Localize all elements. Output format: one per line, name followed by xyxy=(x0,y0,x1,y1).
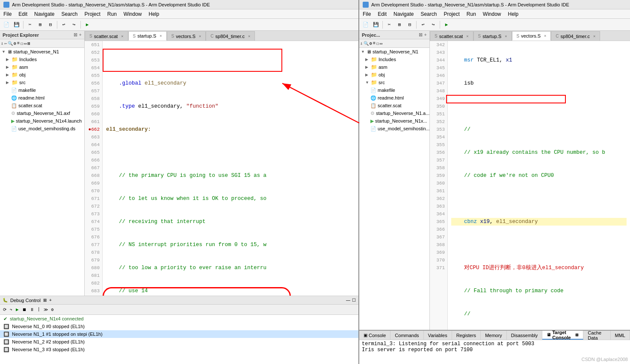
tab-close-vectors-left[interactable]: × xyxy=(199,34,201,38)
explorer-tb-5[interactable]: ≡ xyxy=(17,41,20,46)
right-toolbar-btn-1[interactable]: 📄 xyxy=(361,20,370,29)
console-tab-disassembly[interactable]: Disassembly xyxy=(507,331,542,340)
console-tab-cache[interactable]: Cache Data xyxy=(583,331,610,340)
toolbar-btn-1[interactable]: 📄 xyxy=(2,20,11,29)
collapse-icon[interactable]: ⊠ xyxy=(74,32,77,38)
tree-scatter-right[interactable]: 📋 scatter.scat xyxy=(359,102,429,109)
explorer-tb-7[interactable]: ▭ xyxy=(24,41,27,46)
minimize-debug[interactable]: — xyxy=(346,298,350,302)
console-tab-console[interactable]: ▣ Console xyxy=(359,331,390,340)
menu-window-left[interactable]: Window xyxy=(120,10,145,18)
right-toolbar-btn-6[interactable]: ↩ xyxy=(418,20,428,29)
tree-readme-left[interactable]: 🌐 readme.html xyxy=(0,94,84,102)
console-tab-target[interactable]: 🖥 Target Console ⊠ xyxy=(542,331,583,340)
menu-file-left[interactable]: File xyxy=(0,10,15,18)
console-tab-mml[interactable]: MML xyxy=(611,331,630,340)
debug-cpu3[interactable]: 🔲 Neoverse N1_3 #3 stopped (EL1h) xyxy=(0,346,358,353)
console-tab-registers[interactable]: Registers xyxy=(452,331,481,340)
tree-launch-left[interactable]: ▶ startup_Neoverse_N1x4.launch xyxy=(0,117,84,125)
tab-startup-left[interactable]: S startup.S × xyxy=(128,31,167,41)
tab-close-sp804-right[interactable]: × xyxy=(593,34,595,38)
explorer-tb-6[interactable]: ☐ xyxy=(21,41,23,46)
toolbar-btn-6[interactable]: ↩ xyxy=(59,20,68,29)
tab-vectors-left[interactable]: S vectors.S × xyxy=(167,31,206,41)
toolbar-btn-4[interactable]: ⊞ xyxy=(35,20,45,29)
tree-readme-right[interactable]: 🌐 readme.html xyxy=(359,94,429,102)
debug-tb-more[interactable]: ≫ xyxy=(42,307,49,312)
right-code-editor[interactable]: 342343344345346 347348349350351 35235335… xyxy=(430,41,630,330)
tab-close-scatter-right[interactable]: × xyxy=(466,34,468,38)
menu-run-right[interactable]: Run xyxy=(463,10,479,18)
menu-edit-left[interactable]: Edit xyxy=(15,10,31,18)
toolbar-btn-2[interactable]: 💾 xyxy=(12,20,21,29)
right-add-icon-explorer[interactable]: + xyxy=(424,32,427,38)
menu-edit-right[interactable]: Edit xyxy=(374,10,390,18)
console-tab-memory[interactable]: Memory xyxy=(481,331,507,340)
tree-src-right[interactable]: ▼ 📁 src xyxy=(359,79,429,86)
debug-tb-settings[interactable]: ⚙ xyxy=(50,307,55,312)
explorer-tb-2[interactable]: ⇦ xyxy=(4,41,7,46)
debug-tb-pause[interactable]: ⏸ xyxy=(29,307,35,312)
right-explorer-tb-6[interactable]: ▭ xyxy=(380,41,382,46)
tab-close-scatter-left[interactable]: × xyxy=(121,34,123,38)
left-code-area[interactable]: .global el1_secondary .type el1_secondar… xyxy=(103,41,358,296)
right-explorer-tb-3[interactable]: ⚙ xyxy=(370,41,372,46)
tree-axf-right[interactable]: ⚙ startup_Neoverse_N1.a... xyxy=(359,109,429,117)
add-icon-explorer[interactable]: + xyxy=(79,32,82,38)
tree-root-left[interactable]: ▼ 🖥 startup_Neoverse_N1 xyxy=(0,48,84,56)
right-toolbar-btn-5[interactable]: ⊟ xyxy=(405,20,414,29)
menu-project-right[interactable]: Project xyxy=(440,10,463,18)
tree-makefile-right[interactable]: 📄 makefile xyxy=(359,86,429,94)
explorer-tb-4[interactable]: ⚙ xyxy=(14,41,16,46)
tab-vectors-right[interactable]: S vectors.S × xyxy=(512,31,551,41)
right-explorer-tb-1[interactable]: ⇩ xyxy=(360,41,363,46)
explorer-tb-8[interactable]: ⊠ xyxy=(27,41,30,46)
tab-sp804-right[interactable]: C sp804_timer.c × xyxy=(551,31,600,41)
right-explorer-tb-4[interactable]: ≡ xyxy=(373,41,376,46)
debug-tb-resume[interactable]: ⟳ xyxy=(2,307,8,312)
tab-scatter-right[interactable]: S scatter.scat × xyxy=(430,31,473,41)
menu-navigate-left[interactable]: Navigate xyxy=(31,10,58,18)
tree-ds-left[interactable]: 📄 use_model_semihosting.ds xyxy=(0,125,84,132)
debug-add-btn[interactable]: + xyxy=(49,298,52,302)
tree-scatter-left[interactable]: 📋 scatter.scat xyxy=(0,102,84,109)
debug-cpu1[interactable]: 🔲 Neoverse N1_1 #1 stopped on stepi (EL1… xyxy=(0,330,358,338)
debug-cpu0[interactable]: 🔲 Neoverse N1_0 #0 stopped (EL1h) xyxy=(0,323,358,330)
toolbar-btn-run[interactable]: ▶ xyxy=(83,20,92,29)
menu-help-left[interactable]: Help xyxy=(145,10,163,18)
right-toolbar-btn-7[interactable]: ↪ xyxy=(429,20,438,29)
maximize-debug[interactable]: ☐ xyxy=(352,298,356,302)
menu-navigate-right[interactable]: Navigate xyxy=(390,10,417,18)
tab-sp804-left[interactable]: C sp804_timer.c × xyxy=(206,31,255,41)
tab-scatter-left[interactable]: S scatter.scat × xyxy=(85,31,128,41)
menu-search-left[interactable]: Search xyxy=(58,10,81,18)
tree-obj-right[interactable]: ▶ 📁 obj xyxy=(359,71,429,79)
debug-tb-step[interactable]: ↷ xyxy=(9,307,14,312)
tab-close-startup-right[interactable]: × xyxy=(505,34,507,38)
tab-close-startup-left[interactable]: × xyxy=(160,34,162,38)
tab-close-vectors-right[interactable]: × xyxy=(544,34,546,38)
tree-asm-right[interactable]: ▶ 📁 asm xyxy=(359,63,429,71)
right-toolbar-btn-4[interactable]: ⊞ xyxy=(395,20,404,29)
tree-includes-right[interactable]: ▶ 📁 Includes xyxy=(359,56,429,63)
menu-file-right[interactable]: File xyxy=(359,10,374,18)
right-explorer-tb-2[interactable]: 🔍 xyxy=(364,41,369,46)
toolbar-btn-3[interactable]: ✂ xyxy=(25,20,35,29)
explorer-tb-1[interactable]: ⇩ xyxy=(1,41,3,46)
tab-close-sp804-left[interactable]: × xyxy=(248,34,250,38)
toolbar-btn-7[interactable]: ↪ xyxy=(69,20,79,29)
tree-ds-right[interactable]: 📄 use_model_semihostin... xyxy=(359,125,429,132)
tree-makefile-left[interactable]: 📄 makefile xyxy=(0,86,84,94)
debug-cpu2[interactable]: 🔲 Neoverse N1_2 #2 stopped (EL1h) xyxy=(0,338,358,346)
target-console-cross[interactable]: ⊠ xyxy=(575,333,579,337)
tree-asm-left[interactable]: ▶ 📁 asm xyxy=(0,63,84,71)
left-code-editor[interactable]: 651652653654655 656657658659660 661●6626… xyxy=(85,41,358,296)
tree-axf-left[interactable]: ⚙ startup_Neoverse_N1.axf xyxy=(0,109,84,117)
tree-root-right[interactable]: ▼ 🖥 startup_Neoverse_N1 xyxy=(359,48,429,56)
tree-obj-left[interactable]: ▶ 📁 obj xyxy=(0,71,84,79)
right-toolbar-btn-3[interactable]: ✂ xyxy=(385,20,394,29)
right-explorer-tb-5[interactable]: ☐ xyxy=(376,41,379,46)
console-tab-variables[interactable]: Variables xyxy=(424,331,452,340)
menu-help-right[interactable]: Help xyxy=(505,10,522,18)
right-toolbar-btn-2[interactable]: 💾 xyxy=(371,20,381,29)
